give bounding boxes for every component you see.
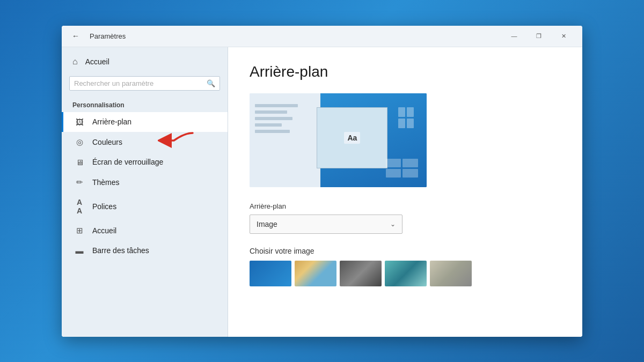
choose-image-label: Choisir votre image bbox=[250, 247, 561, 255]
preview-window-widget: Aa bbox=[317, 107, 387, 168]
maximize-button[interactable]: ❐ bbox=[526, 27, 551, 45]
preview-tiles bbox=[386, 159, 418, 178]
close-button[interactable]: ✕ bbox=[551, 27, 576, 45]
windows-logo bbox=[398, 107, 414, 128]
preview-row-2 bbox=[255, 110, 287, 114]
thumbnail-3[interactable] bbox=[340, 261, 382, 286]
desktop-preview: Aa bbox=[250, 93, 427, 187]
chevron-down-icon: ⌄ bbox=[390, 220, 396, 228]
sidebar: ⌂ Accueil 🔍 Personnalisation 🖼 Arrière-p… bbox=[62, 47, 228, 337]
tile-1 bbox=[398, 107, 405, 117]
sidebar-item-polices[interactable]: A A Polices bbox=[62, 193, 228, 220]
back-button[interactable]: ← bbox=[68, 28, 83, 43]
main-content: ⌂ Accueil 🔍 Personnalisation 🖼 Arrière-p… bbox=[62, 47, 582, 337]
thumbnail-2[interactable] bbox=[295, 261, 336, 286]
fonts-icon: A A bbox=[74, 198, 85, 215]
nav-label-couleurs: Couleurs bbox=[92, 138, 122, 146]
preview-aa-label: Aa bbox=[344, 132, 360, 144]
nav-label-ecran-verrouillage: Écran de verrouillage bbox=[92, 158, 163, 166]
minimize-button[interactable]: — bbox=[502, 27, 526, 45]
window-controls: — ❐ ✕ bbox=[502, 27, 576, 45]
nav-label-accueil: Accueil bbox=[92, 226, 116, 235]
tile-2 bbox=[407, 107, 414, 117]
sidebar-home-label: Accueil bbox=[85, 57, 109, 66]
dropdown-value: Image bbox=[257, 220, 277, 228]
preview-tile-4 bbox=[402, 169, 418, 178]
nav-label-arriere-plan: Arrière-plan bbox=[92, 117, 131, 126]
nav-label-polices: Polices bbox=[92, 202, 116, 211]
lock-screen-icon: 🖥 bbox=[74, 158, 85, 167]
sidebar-item-arriere-plan[interactable]: 🖼 Arrière-plan bbox=[62, 112, 228, 132]
nav-label-themes: Thèmes bbox=[92, 178, 120, 187]
colors-icon: ◎ bbox=[74, 137, 85, 147]
sidebar-item-themes[interactable]: ✏ Thèmes bbox=[62, 172, 228, 193]
preview-tile-2 bbox=[402, 159, 418, 167]
themes-icon: ✏ bbox=[74, 178, 85, 187]
window-title: Paramètres bbox=[90, 32, 126, 40]
preview-row-3 bbox=[255, 117, 292, 120]
page-title: Arrière-plan bbox=[250, 63, 561, 80]
nav-label-barre-taches: Barre des tâches bbox=[92, 246, 149, 255]
tile-4 bbox=[407, 119, 414, 128]
preview-row-4 bbox=[255, 123, 282, 127]
title-bar-left: ← Paramètres bbox=[68, 28, 502, 43]
image-icon: 🖼 bbox=[74, 117, 85, 127]
thumbnail-4[interactable] bbox=[385, 261, 427, 286]
section-label: Personnalisation bbox=[62, 95, 228, 112]
title-bar: ← Paramètres — ❐ ✕ bbox=[62, 26, 582, 47]
start-icon: ⊞ bbox=[74, 226, 85, 235]
sidebar-item-couleurs[interactable]: ◎ Couleurs bbox=[62, 132, 228, 152]
preview-rows bbox=[255, 104, 298, 133]
preview-row-5 bbox=[255, 130, 290, 133]
red-arrow-annotation bbox=[158, 129, 195, 156]
sidebar-item-accueil[interactable]: ⊞ Accueil bbox=[62, 220, 228, 241]
sidebar-item-home[interactable]: ⌂ Accueil bbox=[62, 51, 228, 72]
thumbnail-1[interactable] bbox=[250, 261, 291, 286]
settings-window: ← Paramètres — ❐ ✕ ⌂ Accueil 🔍 Personnal… bbox=[62, 26, 582, 337]
image-thumbnails bbox=[250, 261, 561, 286]
content-panel: Arrière-plan bbox=[228, 47, 582, 337]
sidebar-item-ecran-verrouillage[interactable]: 🖥 Écran de verrouillage bbox=[62, 152, 228, 172]
thumbnail-5[interactable] bbox=[430, 261, 472, 286]
search-box[interactable]: 🔍 bbox=[69, 76, 220, 91]
search-icon: 🔍 bbox=[207, 79, 215, 87]
background-field-label: Arrière-plan bbox=[250, 202, 561, 210]
search-input[interactable] bbox=[74, 79, 207, 87]
preview-left-panel bbox=[250, 93, 320, 187]
tile-3 bbox=[398, 119, 405, 128]
preview-tile-3 bbox=[386, 169, 401, 178]
preview-row-1 bbox=[255, 104, 298, 107]
preview-tile-1 bbox=[386, 159, 401, 167]
home-icon: ⌂ bbox=[72, 57, 78, 67]
sidebar-item-barre-taches[interactable]: ▬ Barre des tâches bbox=[62, 241, 228, 261]
background-dropdown[interactable]: Image ⌄ bbox=[250, 215, 402, 234]
taskbar-icon: ▬ bbox=[74, 246, 85, 255]
